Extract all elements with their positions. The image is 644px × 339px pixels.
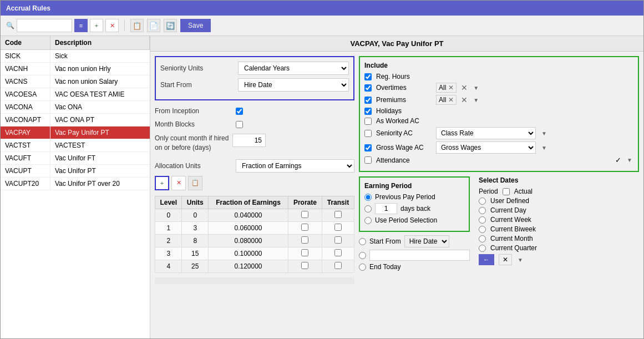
add-button[interactable]: + [90,19,103,32]
table-row[interactable]: 4250.120000 [155,260,354,272]
transit-4[interactable] [334,262,342,269]
table-remove-button[interactable]: ✕ [171,176,186,190]
only-count-input[interactable] [232,134,266,147]
table-row[interactable]: 280.080000 [155,234,354,247]
list-item[interactable]: VACTST VACTEST [1,139,150,152]
end-today-radio[interactable] [359,264,366,271]
list-item[interactable]: VACUPT Vac Unifor PT [1,165,150,178]
attendance-check-btn[interactable]: ✓ [615,156,621,164]
panel-title: VACPAY, Vac Pay Unifor PT [150,36,643,52]
days-back-input[interactable] [375,203,397,214]
include-section: Include Reg. Hours Overtimes All ✕ [359,56,639,172]
list-item[interactable]: VACOESA VAC OESA TEST AMIE [1,88,150,101]
overtimes-dropdown-btn[interactable]: ▼ [472,85,480,91]
holidays-checkbox[interactable] [364,108,372,115]
premiums-tag-remove[interactable]: ✕ [448,96,454,104]
start-from-select2[interactable]: Hire Date [404,235,449,247]
transit-3[interactable] [334,249,342,256]
gross-wage-dropdown[interactable]: ▼ [540,145,548,151]
include-holidays: Holidays [364,107,633,115]
paste-button[interactable]: 📄 [147,19,160,32]
remove-row-btn[interactable]: ✕ [499,254,512,265]
search-input[interactable] [17,19,72,32]
attendance-checkbox[interactable] [364,156,372,164]
col-units: Units [182,196,209,209]
days-back-radio[interactable] [364,205,372,212]
refresh-button[interactable]: 🔄 [164,19,177,32]
overtimes-tag-remove[interactable]: ✕ [448,84,454,92]
prorate-2[interactable] [301,236,308,244]
dates-dropdown-btn[interactable]: ▼ [516,257,524,263]
start-from-select[interactable]: Hire Date [238,78,349,92]
premiums-tag-value: All [439,96,446,104]
prorate-4[interactable] [301,262,308,269]
overtimes-remove-btn[interactable]: ✕ [461,83,468,92]
current-week-row: Current Week [479,216,639,224]
current-biweek-radio[interactable] [479,226,486,233]
seniority-select[interactable]: Calendar Years [238,62,349,75]
levels-table: Level Units Fraction of Earnings Prorate… [155,196,354,273]
copy-button[interactable]: 📋 [130,19,144,32]
list-item[interactable]: VACONA Vac ONA [1,101,150,114]
start-from-radio[interactable] [359,238,366,245]
list-item[interactable]: VACUPT20 Vac Unifor PT over 20 [1,178,150,190]
table-row[interactable]: 000.040000 [155,209,354,221]
blank-radio-row [359,250,470,261]
month-blocks-checkbox[interactable] [236,121,243,128]
include-seniority: Seniority AC Class Rate ▼ [364,127,633,139]
as-worked-checkbox[interactable] [364,118,372,125]
table-add-button[interactable]: + [155,176,169,190]
blank-input[interactable] [369,250,470,261]
table-scrollbar[interactable] [155,277,354,284]
list-item[interactable]: VACONAPT VAC ONA PT [1,114,150,127]
transit-2[interactable] [334,236,342,244]
list-item[interactable]: VACNS Vac non union Salary [1,75,150,88]
current-week-radio[interactable] [479,216,486,224]
list-item[interactable]: VACNH Vac non union Hrly [1,63,150,75]
prorate-3[interactable] [301,249,308,256]
current-day-radio[interactable] [479,207,486,214]
month-blocks-row: Month Blocks [155,120,354,128]
prorate-1[interactable] [301,224,308,231]
transit-0[interactable] [334,211,342,218]
user-defined-radio[interactable] [479,198,486,205]
table-row[interactable]: 3150.100000 [155,247,354,260]
previous-pay-period-radio[interactable] [364,194,372,201]
reg-hours-checkbox[interactable] [364,73,372,80]
table-row[interactable]: 130.060000 [155,221,354,234]
blank-radio[interactable] [359,252,366,259]
gross-wage-select[interactable]: Gross Wages [436,141,536,154]
current-quarter-radio[interactable] [479,245,486,252]
list-item[interactable]: SICK Sick [1,50,150,63]
window-title: Accrual Rules [6,4,50,12]
list-item[interactable]: VACUFT Vac Unifor FT [1,152,150,165]
premiums-checkbox[interactable] [364,97,372,104]
seniority-ac-checkbox[interactable] [364,130,372,137]
attendance-dropdown[interactable]: ▼ [626,157,633,163]
from-inception-checkbox[interactable] [236,108,243,115]
gross-wage-checkbox[interactable] [364,144,372,151]
table-copy-button[interactable]: 📋 [188,176,202,190]
premiums-remove-btn[interactable]: ✕ [461,95,468,104]
include-gross-wage: Gross Wage AC Gross Wages ▼ [364,141,633,154]
use-period-radio[interactable] [364,217,372,224]
prorate-0[interactable] [301,211,308,218]
actual-checkbox[interactable] [503,188,510,195]
transit-1[interactable] [334,224,342,231]
current-biweek-row: Current Biweek [479,225,639,233]
left-arrow-btn[interactable]: ← [479,254,494,265]
remove-button[interactable]: ✕ [105,19,119,32]
from-inception-row: From Inception [155,107,354,115]
allocation-select[interactable]: Fraction of Earnings [236,159,354,173]
list-item-selected[interactable]: VACPAY Vac Pay Unifor PT [1,127,150,139]
seniority-ac-dropdown[interactable]: ▼ [540,130,548,136]
include-as-worked: As Worked AC [364,117,633,125]
overtimes-checkbox[interactable] [364,84,372,92]
premiums-dropdown-btn[interactable]: ▼ [472,97,480,103]
filter-button[interactable]: ≡ [74,19,88,32]
col-prorate: Prorate [288,196,322,209]
period-label: Period [479,188,498,195]
seniority-ac-select[interactable]: Class Rate [436,127,536,139]
save-button[interactable]: Save [180,19,211,32]
current-month-radio[interactable] [479,235,486,242]
